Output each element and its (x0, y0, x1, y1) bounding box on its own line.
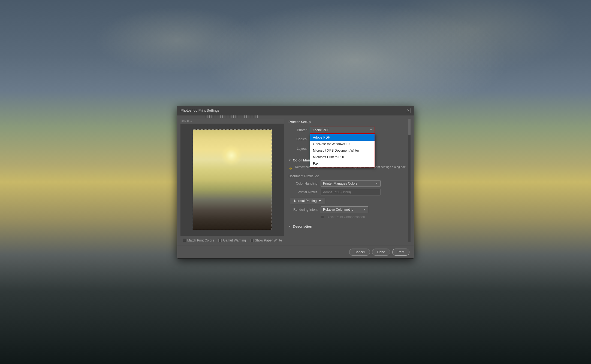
show-paper-white-item: Show Paper White (250, 238, 282, 242)
show-paper-white-checkbox[interactable] (250, 239, 254, 242)
gamut-warning-checkbox[interactable] (218, 239, 222, 242)
print-settings-dialog: Photoshop Print Settings ✕ 8.5 x 11 in (177, 106, 414, 259)
printer-option-2[interactable]: Microsoft XPS Document Writer (310, 147, 375, 154)
gamut-warning-item: Gamut Warning (218, 238, 246, 242)
black-point-checkbox[interactable] (321, 215, 324, 219)
doc-profile-row: Document Profile: c2 (288, 174, 409, 178)
color-handling-dropdown[interactable]: Printer Manages Colors ▼ (321, 180, 381, 187)
dialog-body: 8.5 x 11 in Match Print Colors (177, 115, 414, 246)
ruler-marks: 8.5 x 11 in (182, 120, 192, 122)
printer-label: Printer: (288, 128, 307, 132)
printer-setup-header: Printer Setup (288, 120, 409, 124)
description-arrow: ▼ (288, 225, 291, 228)
show-paper-white-label: Show Paper White (255, 238, 282, 242)
printer-option-3[interactable]: Microsoft Print to PDF (310, 154, 375, 160)
printer-dropdown-wrapper: Adobe PDF ▼ Adobe PDF OneNote for Window… (310, 127, 375, 134)
description-label: Description (293, 224, 312, 228)
preview-checkboxes: Match Print Colors Gamut Warning Show Pa… (183, 238, 282, 242)
printer-dropdown-value: Adobe PDF (312, 128, 329, 132)
close-button[interactable]: ✕ (406, 108, 411, 113)
preview-image-container (193, 129, 272, 230)
done-button[interactable]: Done (372, 249, 390, 256)
match-print-colors-label: Match Print Colors (187, 238, 214, 242)
rendering-intent-arrow: ▼ (363, 208, 366, 211)
ruler-text: 8.5 x 11 in (182, 120, 192, 122)
copies-label: Copies: (288, 137, 307, 141)
rendering-intent-value: Relative Colorimetric (323, 208, 353, 212)
cancel-button[interactable]: Cancel (349, 249, 370, 256)
dialog-title: Photoshop Print Settings (180, 108, 219, 112)
black-point-row: Black Point Compensation (321, 215, 409, 219)
normal-printing-button[interactable]: Normal Printing ▼ (291, 198, 325, 204)
printer-row: Printer: Adobe PDF ▼ Adobe PDF OneNote f… (288, 127, 409, 134)
printer-option-0[interactable]: Adobe PDF (310, 134, 375, 141)
color-handling-arrow: ▼ (375, 182, 378, 185)
color-handling-value: Printer Manages Colors (323, 182, 357, 185)
layout-label: Layout: (288, 147, 307, 151)
warning-icon: ⚠ (288, 166, 293, 172)
color-handling-row: Color Handling: Printer Manages Colors ▼ (288, 180, 409, 187)
dialog-footer: Cancel Done Print (177, 246, 414, 258)
doc-profile-value: c2 (315, 174, 319, 178)
preview-image (193, 129, 272, 230)
printer-dropdown-list[interactable]: Adobe PDF OneNote for Windows 10 Microso… (310, 134, 375, 167)
print-button[interactable]: Print (392, 249, 409, 256)
printer-profile-value: Adobe RGB (1998) (321, 189, 381, 195)
printer-dropdown[interactable]: Adobe PDF ▼ (310, 127, 375, 134)
dialog-titlebar: Photoshop Print Settings ✕ (177, 106, 414, 115)
rendering-intent-dropdown[interactable]: Relative Colorimetric ▼ (321, 206, 368, 213)
color-mgmt-arrow: ▼ (288, 159, 291, 162)
rendering-intent-label: Rendering Intent: (288, 208, 318, 212)
normal-printing-label: Normal Printing (294, 199, 317, 203)
match-print-colors-item: Match Print Colors (183, 238, 214, 242)
normal-printing-row: Normal Printing ▼ (291, 198, 409, 204)
ruler-line (205, 115, 260, 118)
printer-option-1[interactable]: OneNote for Windows 10 (310, 141, 375, 147)
description-header: ▼ Description (288, 224, 409, 228)
preview-panel: 8.5 x 11 in Match Print Colors (180, 119, 284, 242)
description-section: ▼ Description (288, 223, 409, 231)
printer-dropdown-arrow: ▼ (370, 129, 372, 131)
normal-printing-arrow: ▼ (318, 199, 322, 203)
black-point-label: Black Point Compensation (327, 215, 365, 219)
dialog-overlay: Photoshop Print Settings ✕ 8.5 x 11 in (0, 0, 591, 364)
printer-profile-label: Printer Profile: (288, 190, 318, 194)
rendering-intent-row: Rendering Intent: Relative Colorimetric … (288, 206, 409, 213)
printer-option-4[interactable]: Fax (310, 160, 375, 167)
printer-profile-row: Printer Profile: Adobe RGB (1998) (288, 189, 409, 195)
gamut-warning-label: Gamut Warning (223, 238, 246, 242)
scroll-track[interactable] (408, 119, 411, 242)
preview-area: 8.5 x 11 in (180, 119, 284, 236)
match-print-colors-checkbox[interactable] (183, 239, 186, 242)
color-handling-label: Color Handling: (288, 182, 318, 185)
preview-dashes (193, 129, 272, 230)
settings-panel: Printer Setup Printer: Adobe PDF ▼ (288, 119, 411, 242)
ruler-top: 8.5 x 11 in (180, 119, 284, 124)
printer-setup-label: Printer Setup (288, 120, 311, 124)
doc-profile-label: Document Profile: (288, 174, 314, 178)
printer-setup-section: Printer Setup Printer: Adobe PDF ▼ (288, 119, 409, 155)
scroll-thumb[interactable] (408, 119, 411, 135)
